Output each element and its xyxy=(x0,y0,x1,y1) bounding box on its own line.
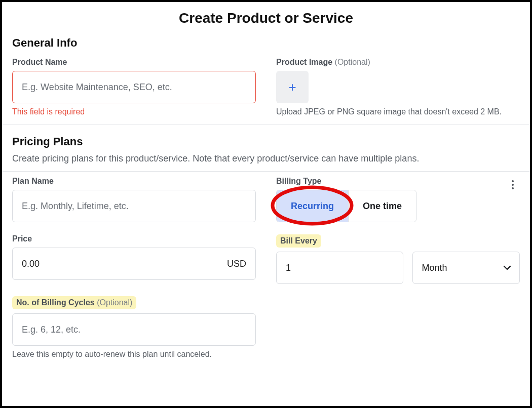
pricing-plans-section: Pricing Plans Create pricing plans for t… xyxy=(2,135,530,164)
general-info-heading: General Info xyxy=(12,36,520,50)
billing-option-recurring[interactable]: Recurring xyxy=(277,190,348,222)
product-image-label: Product Image (Optional) xyxy=(276,58,370,67)
currency-label: USD xyxy=(227,259,246,269)
bill-every-field: Bill Every Month xyxy=(276,234,520,284)
kebab-icon xyxy=(512,180,514,182)
price-input-wrap: USD xyxy=(12,248,256,280)
billing-type-label: Billing Type xyxy=(276,177,321,186)
page-title: Create Product or Service xyxy=(2,2,530,31)
billing-cycles-label: No. of Billing Cycles (Optional) xyxy=(12,296,136,309)
product-image-optional: (Optional) xyxy=(335,58,370,66)
billing-cycles-label-text: No. of Billing Cycles xyxy=(16,298,95,307)
pricing-plans-heading: Pricing Plans xyxy=(12,135,520,148)
bill-every-unit-select[interactable]: Month xyxy=(412,252,520,284)
billing-type-toggle: Recurring One time xyxy=(276,190,416,222)
product-image-field: Product Image (Optional) + Upload JPEG o… xyxy=(276,58,520,116)
product-image-helper: Upload JPEG or PNG square image that doe… xyxy=(276,107,520,116)
billing-cycles-optional: (Optional) xyxy=(97,298,132,307)
general-info-section: General Info Product Name This field is … xyxy=(2,36,530,116)
bill-every-label: Bill Every xyxy=(276,234,321,248)
price-input[interactable] xyxy=(22,259,227,269)
billing-cycles-input[interactable] xyxy=(12,313,256,346)
kebab-icon xyxy=(512,184,514,186)
bill-every-unit-value: Month xyxy=(422,263,447,273)
price-field: Price USD xyxy=(12,234,256,284)
plan-row: Plan Name Billing Type Recurring One tim… xyxy=(2,177,530,359)
billing-type-field: Billing Type Recurring One time xyxy=(276,177,520,222)
billing-option-onetime[interactable]: One time xyxy=(348,190,416,222)
billing-cycles-field: No. of Billing Cycles (Optional) Leave t… xyxy=(12,296,256,359)
product-name-error: This field is required xyxy=(12,107,256,116)
billing-cycles-helper: Leave this empty to auto-renew this plan… xyxy=(12,350,256,359)
product-image-label-text: Product Image xyxy=(276,58,332,66)
price-label: Price xyxy=(12,234,32,243)
kebab-icon xyxy=(512,187,514,189)
plus-icon: + xyxy=(288,79,296,95)
product-name-input[interactable] xyxy=(12,71,256,103)
product-name-field: Product Name This field is required xyxy=(12,58,256,116)
plan-name-input[interactable] xyxy=(12,190,256,222)
bill-every-count-input[interactable] xyxy=(276,252,403,284)
pricing-plans-description: Create pricing plans for this product/se… xyxy=(12,153,520,164)
plan-name-label: Plan Name xyxy=(12,177,54,186)
upload-image-button[interactable]: + xyxy=(276,71,309,103)
plan-name-field: Plan Name xyxy=(12,177,256,222)
plan-menu-button[interactable] xyxy=(506,178,520,192)
product-name-label: Product Name xyxy=(12,58,67,67)
